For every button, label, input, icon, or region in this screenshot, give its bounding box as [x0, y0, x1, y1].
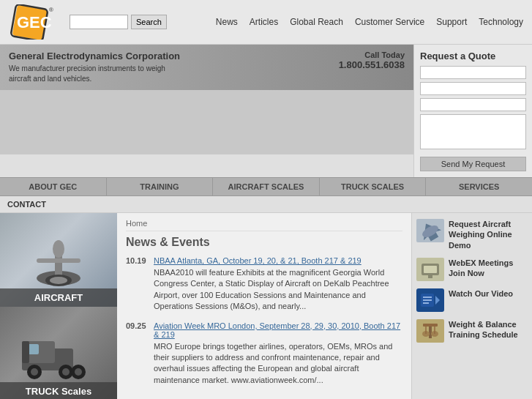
news-item-2-header: 09.25 Aviation Week MRO London, Septembe… [126, 321, 402, 339]
banner-image-area [0, 90, 413, 154]
search-area: Search [70, 15, 167, 29]
news-text-1: NBAA2010 will feature Exhibits at the ma… [126, 267, 402, 313]
svg-point-9 [53, 240, 64, 258]
search-input[interactable] [70, 15, 128, 29]
quote-field-3[interactable] [420, 98, 526, 111]
svg-text:GEC: GEC [17, 13, 52, 31]
banner-call-label: Call Today [339, 51, 405, 59]
svg-point-7 [50, 277, 67, 284]
news-link-2[interactable]: Aviation Week MRO London, September 28, … [154, 321, 402, 339]
aircraft-image [22, 231, 95, 289]
plane-icon [416, 219, 444, 242]
quote-field-2[interactable] [420, 82, 526, 95]
news-link-1[interactable]: NBAA Atlanta, GA, October 19, 20, & 21, … [154, 256, 361, 265]
breadcrumb: Home [126, 219, 402, 231]
webex-icon [416, 258, 444, 281]
svg-rect-24 [428, 275, 432, 278]
nav-about-gec[interactable]: ABOUT GEC [0, 178, 107, 195]
news-date-1: 10.19 [126, 256, 148, 265]
main-content: Home News & Events 10.19 NBAA Atlanta, G… [117, 213, 411, 399]
balance-icon [416, 319, 444, 343]
right-sidebar: Request Aircraft Weighing Online Demo We… [411, 213, 532, 399]
svg-point-17 [62, 368, 70, 376]
logo[interactable]: GEC ® [9, 4, 64, 40]
svg-rect-13 [22, 341, 29, 363]
news-item-1: 10.19 NBAA Atlanta, GA, October 19, 20, … [126, 256, 402, 313]
nav-services[interactable]: SERVICES [426, 178, 532, 195]
banner-call-number: 1.800.551.6038 [339, 59, 405, 70]
right-item-video-text: Watch Our Video [449, 288, 513, 299]
header: GEC ® Search News Articles Global Reach … [0, 0, 532, 45]
nav-technology[interactable]: Technology [479, 17, 523, 27]
nav-truck-scales[interactable]: TRUCK SCALES [320, 178, 427, 195]
news-date-2: 09.25 [126, 321, 148, 339]
svg-rect-31 [423, 324, 438, 327]
main-nav: ABOUT GEC TRAINING AIRCRAFT SCALES TRUCK… [0, 177, 532, 196]
svg-rect-27 [423, 297, 432, 298]
nav-training[interactable]: TRAINING [107, 178, 214, 195]
right-item-aircraft-text: Request Aircraft Weighing Online Demo [449, 219, 528, 250]
news-title: News & Events [126, 236, 402, 249]
top-nav: News Articles Global Reach Customer Serv… [216, 17, 523, 27]
search-button[interactable]: Search [131, 15, 167, 29]
nav-news[interactable]: News [216, 17, 238, 27]
right-item-webex-text: WebEX Meetings Join Now [449, 258, 528, 279]
svg-marker-26 [435, 296, 440, 305]
news-item-2: 09.25 Aviation Week MRO London, Septembe… [126, 321, 402, 387]
quote-textarea[interactable] [420, 114, 526, 149]
right-item-video[interactable]: Watch Our Video [416, 288, 528, 312]
svg-rect-28 [423, 299, 432, 301]
banner-tagline: We manufacturer precision instruments to… [9, 64, 177, 84]
quote-field-1[interactable] [420, 66, 526, 79]
content-area: AIRCRAFT [0, 213, 532, 399]
right-item-webex[interactable]: WebEX Meetings Join Now [416, 258, 528, 281]
sidebar-item-aircraft[interactable]: AIRCRAFT [0, 213, 117, 307]
svg-rect-29 [423, 302, 429, 304]
svg-text:®: ® [49, 7, 53, 13]
nav-support[interactable]: Support [436, 17, 467, 27]
svg-rect-8 [37, 258, 80, 263]
quote-title: Request a Quote [420, 51, 526, 61]
news-text-2: MRO Europe brings together airlines, ope… [126, 341, 402, 387]
banner-company-info: General Electrodynamics Corporation We m… [9, 51, 180, 84]
sub-nav: CONTACT [0, 196, 532, 213]
right-item-balance-text: Weight & Balance Training Schedule [449, 319, 528, 340]
aircraft-label: AIRCRAFT [0, 288, 117, 307]
svg-point-15 [31, 368, 38, 376]
video-icon [416, 288, 444, 312]
left-sidebar: AIRCRAFT [0, 213, 117, 399]
banner-company-name: General Electrodynamics Corporation [9, 51, 180, 61]
nav-articles[interactable]: Articles [250, 17, 278, 27]
banner-call: Call Today 1.800.551.6038 [339, 51, 405, 70]
truck-label: TRUCK Scales [0, 382, 117, 399]
sub-nav-contact[interactable]: CONTACT [7, 200, 46, 209]
quote-form: Send My Request [420, 66, 526, 171]
svg-rect-23 [424, 266, 437, 273]
logo-area: GEC ® Search [9, 4, 167, 40]
quote-panel: Request a Quote Send My Request [413, 45, 532, 177]
nav-customer-service[interactable]: Customer Service [355, 17, 424, 27]
svg-point-19 [75, 368, 82, 376]
breadcrumb-home[interactable]: Home [126, 219, 147, 228]
news-item-1-header: 10.19 NBAA Atlanta, GA, October 19, 20, … [126, 256, 402, 265]
right-item-balance[interactable]: Weight & Balance Training Schedule [416, 319, 528, 343]
banner-main: General Electrodynamics Corporation We m… [0, 45, 413, 177]
right-item-aircraft[interactable]: Request Aircraft Weighing Online Demo [416, 219, 528, 250]
nav-aircraft-scales[interactable]: AIRCRAFT SCALES [213, 178, 320, 195]
sidebar-item-truck[interactable]: TRUCK Scales [0, 307, 117, 399]
send-request-button[interactable]: Send My Request [420, 157, 526, 171]
truck-image [18, 327, 99, 381]
nav-global-reach[interactable]: Global Reach [290, 17, 343, 27]
